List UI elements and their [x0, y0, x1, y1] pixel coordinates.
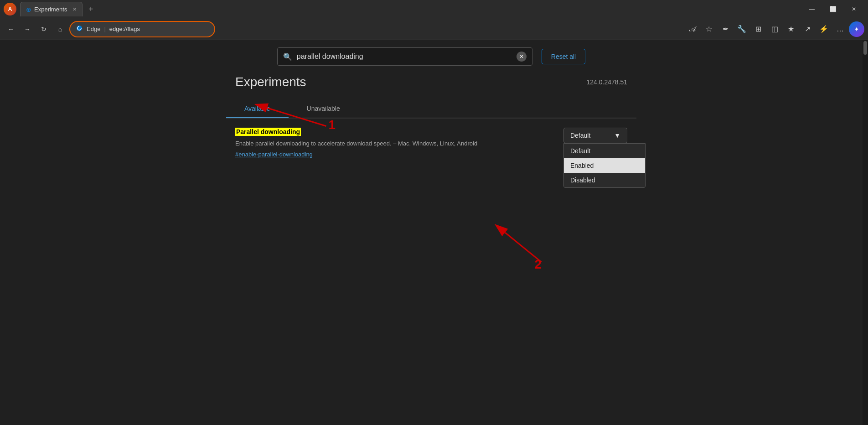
dropdown-wrapper: Default ▼ Default Enabled Disabled	[563, 128, 627, 143]
dropdown-button[interactable]: Default ▼	[563, 128, 627, 143]
svg-text:2: 2	[535, 257, 542, 271]
search-container: 🔍 ✕	[277, 47, 532, 66]
reset-all-button[interactable]: Reset all	[542, 49, 585, 64]
navbar: ← → ↻ ⌂ Edge | edge://flags 𝒜 ☆ ✒ 🔧 ⊞ ◫ …	[0, 18, 868, 40]
pen-button[interactable]: ✒	[718, 21, 733, 37]
flag-info: Parallel downloading Enable parallel dow…	[235, 128, 554, 158]
close-button[interactable]: ✕	[843, 2, 864, 16]
favorites-bar-button[interactable]: ★	[783, 21, 799, 37]
tab-available[interactable]: Available	[226, 100, 289, 118]
tab-bar: ⊕ Experiments ✕ +	[20, 0, 800, 18]
svg-line-4	[505, 233, 541, 262]
address-separator: |	[104, 26, 105, 32]
edge-logo-icon	[76, 25, 83, 33]
scrollbar-thumb	[863, 41, 867, 55]
dropdown-option-disabled[interactable]: Disabled	[564, 173, 645, 187]
collections-button[interactable]: ⊞	[750, 21, 766, 37]
nav-right-icons: 𝒜 ☆ ✒ 🔧 ⊞ ◫ ★ ↗ ⚡ … ✦	[685, 21, 864, 37]
flag-name: Parallel downloading	[235, 128, 301, 135]
tabs-container: Available Unavailable	[226, 100, 636, 118]
tab-label: Experiments	[34, 6, 67, 13]
search-input[interactable]	[297, 52, 512, 61]
sidebar-search-button[interactable]: ⚡	[816, 21, 832, 37]
dropdown-menu: Default Enabled Disabled	[563, 143, 646, 188]
address-bar[interactable]: Edge | edge://flags	[69, 21, 215, 37]
dropdown-current-value: Default	[570, 132, 590, 139]
share-button[interactable]: ↗	[800, 21, 815, 37]
flag-description: Enable parallel downloading to accelerat…	[235, 139, 554, 148]
copilot-button[interactable]: ✦	[849, 21, 864, 37]
search-wrapper: 🔍 ✕	[277, 47, 532, 66]
flags-page: 🔍 ✕ Reset all Experiments 124.0.2478.51 …	[0, 40, 863, 425]
address-url-label: edge://flags	[109, 26, 140, 32]
back-button[interactable]: ←	[4, 22, 18, 36]
maximize-button[interactable]: ⬜	[822, 2, 843, 16]
dropdown-option-default[interactable]: Default	[564, 144, 645, 158]
tab-close-button[interactable]: ✕	[72, 6, 77, 12]
right-scrollbar[interactable]	[863, 40, 868, 425]
version-label: 124.0.2478.51	[586, 78, 627, 86]
forward-button[interactable]: →	[20, 22, 35, 36]
active-tab[interactable]: ⊕ Experiments ✕	[20, 2, 83, 16]
window-controls: — ⬜ ✕	[801, 2, 864, 16]
flag-link[interactable]: #enable-parallel-downloading	[235, 151, 554, 158]
page-title: Experiments	[235, 75, 306, 89]
browser-essentials-button[interactable]: 🔧	[734, 21, 749, 37]
search-icon: 🔍	[283, 52, 292, 61]
content-area: 🔍 ✕ Reset all Experiments 124.0.2478.51 …	[0, 40, 868, 425]
flag-item: Parallel downloading Enable parallel dow…	[226, 118, 636, 167]
refresh-button[interactable]: ↻	[36, 22, 51, 36]
minimize-button[interactable]: —	[801, 2, 822, 16]
experiments-header: Experiments 124.0.2478.51	[226, 75, 636, 89]
experiments-content: Experiments 124.0.2478.51 Available Unav…	[226, 66, 636, 167]
tab-unavailable[interactable]: Unavailable	[289, 100, 358, 118]
favorites-button[interactable]: ☆	[701, 21, 717, 37]
read-aloud-button[interactable]: 𝒜	[685, 21, 700, 37]
search-section: 🔍 ✕ Reset all	[0, 40, 863, 66]
home-button[interactable]: ⌂	[53, 22, 67, 36]
split-screen-button[interactable]: ◫	[767, 21, 782, 37]
new-tab-button[interactable]: +	[84, 3, 97, 16]
dropdown-option-enabled[interactable]: Enabled	[564, 158, 645, 173]
address-brand-label: Edge	[87, 26, 100, 32]
titlebar: A ⊕ Experiments ✕ + — ⬜ ✕	[0, 0, 868, 18]
dropdown-chevron-icon: ▼	[614, 132, 620, 139]
flag-name-highlight: Parallel downloading	[235, 128, 301, 136]
search-clear-button[interactable]: ✕	[517, 52, 527, 62]
avatar[interactable]: A	[4, 3, 16, 16]
more-tools-button[interactable]: …	[832, 21, 848, 37]
tab-icon: ⊕	[26, 6, 31, 13]
